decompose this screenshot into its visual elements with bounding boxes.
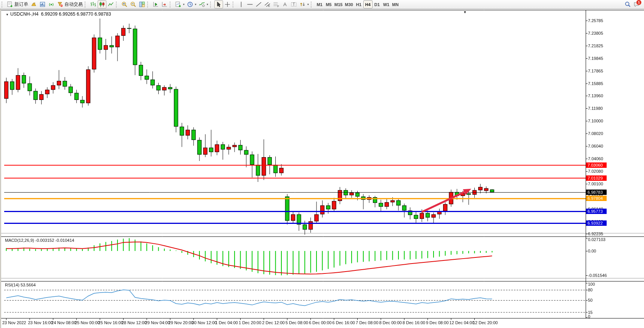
new-chart-button[interactable]: ▾ (174, 0, 186, 8)
market-watch-button[interactable] (29, 0, 38, 8)
timeframe-button-w1[interactable]: W1 (382, 0, 391, 8)
rsi-axis-tick: 80 (588, 288, 593, 292)
timeframe-button-m30[interactable]: M30 (344, 0, 354, 8)
zoom-in-icon (121, 1, 128, 8)
chevron-down-icon: ▾ (307, 3, 309, 6)
periods-button[interactable]: ▾ (186, 0, 198, 8)
crosshair-icon (224, 1, 231, 8)
arrows-button[interactable]: ▾ (298, 0, 310, 8)
timeframe-button-h4[interactable]: H4 (363, 0, 373, 8)
toolbar-gripper (2, 2, 4, 8)
toolbar-gripper (210, 2, 213, 8)
label-icon: T (291, 1, 297, 8)
price-axis-tick: 7.06040 (588, 144, 603, 148)
fibonacci-button[interactable]: F (272, 0, 281, 8)
candlestick-chart-type-button[interactable] (98, 0, 106, 8)
arrows-icon (299, 1, 306, 8)
time-axis-label: 8 Dec 00:00 (379, 320, 401, 325)
hline-icon (247, 1, 253, 8)
time-axis-label: 24 Nov 08:00 (51, 320, 76, 325)
chart-canvas[interactable] (1, 9, 644, 328)
rsi-axis-tick: 15 (588, 310, 593, 315)
templates-button[interactable]: ▾ (198, 0, 209, 8)
price-axis-tick: 7.04060 (588, 156, 603, 161)
time-axis-label: 28 Nov 12:00 (122, 320, 146, 325)
bar-chart-type-button[interactable] (89, 0, 98, 8)
price-axis-tick: 7.15885 (588, 81, 603, 86)
bars-icon (90, 1, 96, 8)
candles-icon (99, 1, 105, 8)
crosshair-button[interactable] (223, 0, 232, 8)
new-order-icon (7, 1, 13, 8)
time-axis-label: 8 Dec 16:00 (403, 320, 425, 325)
price-axis-tick: 7.23805 (588, 31, 603, 35)
price-tag: 6.95773 (586, 209, 607, 214)
linechart-icon (108, 1, 114, 8)
text-button[interactable]: A (281, 0, 289, 8)
time-axis-label: 25 Nov 16:00 (98, 320, 123, 325)
price-axis-tick: 7.00100 (588, 182, 603, 186)
price-axis-tick: 7.13960 (588, 93, 603, 98)
price-axis-tick: 7.11980 (588, 106, 603, 111)
chart-title: ▼USDCNH-,H4 6.99209 6.99265 6.98770 6.98… (6, 11, 111, 17)
data-window-button[interactable] (38, 0, 47, 8)
toolbar-gripper (85, 2, 87, 8)
signals-button[interactable] (47, 0, 56, 8)
chart-shift-button[interactable] (151, 0, 160, 8)
gold-icon (31, 1, 37, 8)
line-chart-type-button[interactable] (106, 0, 115, 8)
timeframe-button-m5[interactable]: M5 (324, 0, 333, 8)
search-button[interactable] (623, 0, 632, 8)
autotrading-button[interactable]: 自动交易 (56, 0, 84, 8)
time-axis-label: 1 Dec 20:00 (239, 320, 261, 325)
vertical-line-button[interactable] (237, 0, 246, 8)
scroll-to-end-icon[interactable]: ▼ (463, 10, 467, 14)
timeframe-button-d1[interactable]: D1 (373, 0, 382, 8)
time-axis-label: 5 Dec 08:00 (286, 320, 308, 325)
time-axis-label: 29 Nov 04:00 (145, 320, 170, 325)
notifications-button[interactable]: 1 (632, 0, 641, 8)
chevron-down-icon: ▾ (195, 3, 196, 6)
toolbar-gripper (147, 2, 150, 8)
timeframe-button-mn[interactable]: MN (391, 0, 400, 8)
toolbar-gripper (233, 2, 235, 8)
text-label-button[interactable]: T (289, 0, 298, 8)
zoom-in-button[interactable] (120, 0, 129, 8)
time-axis-label: 23 Nov 16:00 (28, 320, 53, 325)
toolbar-gripper (116, 2, 119, 8)
chart-quotes: 6.99209 6.99265 6.98770 6.98783 (41, 11, 111, 17)
fibo-icon: F (273, 1, 279, 8)
chart-window: ▼USDCNH-,H4 6.99209 6.99265 6.98770 6.98… (0, 9, 644, 328)
timeframe-button-h1[interactable]: H1 (354, 0, 363, 8)
timeframe-button-m15[interactable]: M15 (333, 0, 344, 8)
svg-text:A: A (283, 2, 287, 7)
new-order-button[interactable]: 新订单 (6, 0, 29, 8)
time-axis-label: 6 Dec 16:00 (332, 320, 355, 325)
clock-icon (187, 1, 193, 8)
tile-windows-button[interactable] (138, 0, 146, 8)
time-axis-label: 25 Nov 00:00 (75, 320, 100, 325)
time-axis-label: 30 Nov 12:00 (192, 320, 217, 325)
auto-scroll-button[interactable] (160, 0, 169, 8)
collapse-trading-panel-icon[interactable]: ▼ (6, 13, 9, 16)
time-axis-label: 2 Dec 12:00 (262, 320, 284, 325)
price-axis-tick: 7.02080 (588, 169, 603, 174)
tile-icon (139, 1, 145, 8)
cursor-icon (215, 1, 222, 8)
price-tag: 7.01029 (586, 175, 607, 181)
rsi-axis-tick: 100 (588, 282, 595, 286)
price-axis-tick: 7.25785 (588, 18, 603, 23)
time-axis-label: 12 Dec 20:00 (473, 320, 498, 325)
horizontal-line-button[interactable] (246, 0, 254, 8)
trendline-button[interactable] (254, 0, 263, 8)
equidistant-channel-button[interactable]: E (263, 0, 272, 8)
svg-text:F: F (278, 5, 279, 8)
timeframe-button-m1[interactable]: M1 (315, 0, 324, 8)
rsi-indicator-label: RSI(14) 53.5664 (5, 283, 36, 287)
text-a-icon: A (282, 1, 288, 8)
zoom-out-button[interactable] (129, 0, 138, 8)
time-axis-label: 1 Dec 04:00 (215, 320, 238, 325)
cursor-button[interactable] (214, 0, 223, 8)
vline-icon (238, 1, 244, 8)
macd-axis-tick: 0.027103 (588, 237, 605, 242)
